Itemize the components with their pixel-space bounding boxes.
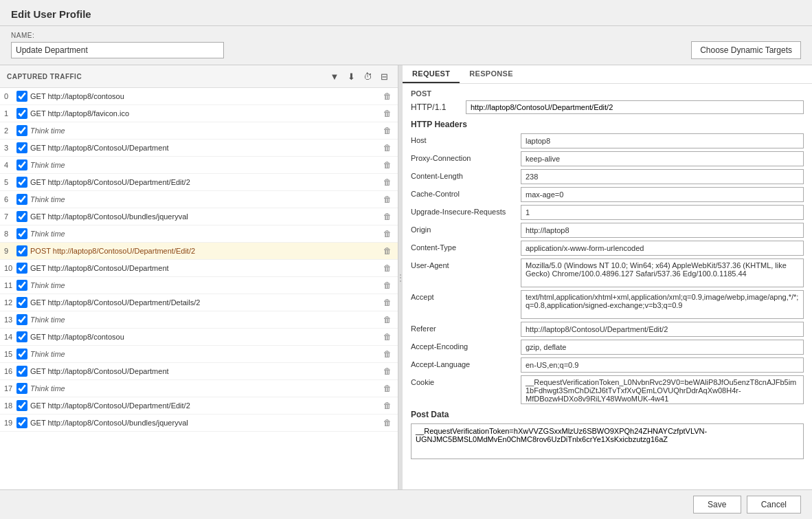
row-delete-icon[interactable]: 🗑 <box>381 159 394 171</box>
header-value-input[interactable] <box>521 223 804 238</box>
header-value-input[interactable] <box>521 151 804 166</box>
row-delete-icon[interactable]: 🗑 <box>381 262 394 274</box>
cancel-button[interactable]: Cancel <box>747 496 801 514</box>
http-version-row: HTTP/1.1 <box>411 100 804 114</box>
row-checkbox[interactable] <box>16 349 27 360</box>
traffic-row[interactable]: 12 GET http://laptop8/ContosoU/Departmen… <box>0 294 398 311</box>
row-text: GET http://laptop8/ContosoU/Department <box>30 367 381 375</box>
row-delete-icon[interactable]: 🗑 <box>381 210 394 223</box>
row-delete-icon[interactable]: 🗑 <box>381 90 394 102</box>
header-name: Accept <box>411 290 521 304</box>
header-value-input[interactable] <box>521 322 804 337</box>
row-text: GET http://laptop8/contosou <box>30 333 381 341</box>
row-checkbox[interactable] <box>16 194 27 205</box>
traffic-row[interactable]: 9 POST http://laptop8/ContosoU/Departmen… <box>0 243 398 260</box>
row-delete-icon[interactable]: 🗑 <box>381 296 394 309</box>
row-checkbox[interactable] <box>16 400 27 411</box>
traffic-row[interactable]: 8 Think time 🗑 <box>0 225 398 243</box>
header-value-input[interactable]: text/html,application/xhtml+xml,applicat… <box>521 290 804 319</box>
post-data-input[interactable] <box>411 423 804 459</box>
row-checkbox[interactable] <box>16 263 27 274</box>
traffic-row[interactable]: 19 GET http://laptop8/ContosoU/bundles/j… <box>0 415 398 432</box>
row-checkbox[interactable] <box>16 297 27 308</box>
profile-name-input[interactable] <box>11 42 224 58</box>
choose-dynamic-targets-button[interactable]: Choose Dynamic Targets <box>691 41 801 59</box>
traffic-row[interactable]: 18 GET http://laptop8/ContosoU/Departmen… <box>0 397 398 415</box>
header-value-input[interactable] <box>521 133 804 148</box>
header-value-input[interactable] <box>521 340 804 355</box>
row-delete-icon[interactable]: 🗑 <box>381 176 394 188</box>
clock-icon[interactable]: ⏱ <box>361 69 374 83</box>
header-value-input[interactable]: Mozilla/5.0 (Windows NT 10.0; Win64; x64… <box>521 258 804 287</box>
traffic-row[interactable]: 16 GET http://laptop8/ContosoU/Departmen… <box>0 363 398 380</box>
row-checkbox[interactable] <box>16 211 27 222</box>
header-value-input[interactable] <box>521 169 804 184</box>
row-delete-icon[interactable]: 🗑 <box>381 331 394 343</box>
traffic-row[interactable]: 17 Think time 🗑 <box>0 380 398 397</box>
row-checkbox[interactable] <box>16 280 27 291</box>
row-checkbox[interactable] <box>16 142 27 153</box>
row-text: Think time <box>30 195 381 203</box>
filter-icon[interactable]: ▼ <box>328 69 341 83</box>
row-delete-icon[interactable]: 🗑 <box>381 279 394 291</box>
traffic-row[interactable]: 6 Think time 🗑 <box>0 191 398 208</box>
row-index: 14 <box>4 333 16 341</box>
row-checkbox[interactable] <box>16 383 27 394</box>
split-icon[interactable]: ⊟ <box>377 69 391 83</box>
row-delete-icon[interactable]: 🗑 <box>381 382 394 395</box>
traffic-row[interactable]: 15 Think time 🗑 <box>0 346 398 363</box>
tab-request[interactable]: REQUEST <box>403 65 460 83</box>
header-value-input[interactable] <box>521 205 804 220</box>
row-checkbox[interactable] <box>16 159 27 170</box>
tab-response[interactable]: RESPONSE <box>460 65 523 83</box>
row-checkbox[interactable] <box>16 331 27 342</box>
header-value-input[interactable] <box>521 357 804 373</box>
row-delete-icon[interactable]: 🗑 <box>381 417 394 429</box>
row-delete-icon[interactable]: 🗑 <box>381 228 394 240</box>
row-delete-icon[interactable]: 🗑 <box>381 245 394 257</box>
row-checkbox[interactable] <box>16 125 27 136</box>
header-name: Upgrade-Insecure-Requests <box>411 205 521 219</box>
row-checkbox[interactable] <box>16 417 27 428</box>
row-checkbox[interactable] <box>16 228 27 239</box>
traffic-row[interactable]: 13 Think time 🗑 <box>0 311 398 329</box>
traffic-row[interactable]: 11 Think time 🗑 <box>0 277 398 294</box>
traffic-row[interactable]: 14 GET http://laptop8/contosou 🗑 <box>0 329 398 346</box>
row-index: 4 <box>4 161 16 169</box>
row-checkbox[interactable] <box>16 177 27 188</box>
header-value-input[interactable] <box>521 241 804 256</box>
import-icon[interactable]: ⬇ <box>344 69 358 83</box>
row-delete-icon[interactable]: 🗑 <box>381 193 394 206</box>
row-delete-icon[interactable]: 🗑 <box>381 313 394 326</box>
row-delete-icon[interactable]: 🗑 <box>381 399 394 412</box>
traffic-row[interactable]: 10 GET http://laptop8/ContosoU/Departmen… <box>0 260 398 277</box>
row-checkbox[interactable] <box>16 245 27 256</box>
row-checkbox[interactable] <box>16 91 27 102</box>
traffic-row[interactable]: 4 Think time 🗑 <box>0 157 398 174</box>
traffic-row[interactable]: 7 GET http://laptop8/ContosoU/bundles/jq… <box>0 208 398 225</box>
row-delete-icon[interactable]: 🗑 <box>381 365 394 377</box>
traffic-row[interactable]: 3 GET http://laptop8/ContosoU/Department… <box>0 140 398 157</box>
header-value-input[interactable] <box>521 187 804 202</box>
row-checkbox[interactable] <box>16 108 27 119</box>
traffic-row[interactable]: 5 GET http://laptop8/ContosoU/Department… <box>0 174 398 191</box>
row-text: GET http://laptop8/ContosoU/Department/E… <box>30 401 381 410</box>
http-version-input[interactable] <box>466 100 804 114</box>
captured-traffic-label: CAPTURED TRAFFIC <box>7 73 82 80</box>
row-checkbox[interactable] <box>16 366 27 377</box>
row-text: GET http://laptop8/ContosoU/bundles/jque… <box>30 419 381 427</box>
row-index: 0 <box>4 92 16 100</box>
row-index: 2 <box>4 126 16 135</box>
row-text: Think time <box>30 384 381 393</box>
traffic-row[interactable]: 1 GET http://laptop8/favicon.ico 🗑 <box>0 105 398 122</box>
row-delete-icon[interactable]: 🗑 <box>381 142 394 154</box>
header-name: Host <box>411 133 521 147</box>
row-delete-icon[interactable]: 🗑 <box>381 107 394 120</box>
header-value-input[interactable]: __RequestVerificationToken_L0NvbnRvc29V0… <box>521 375 804 404</box>
row-delete-icon[interactable]: 🗑 <box>381 124 394 137</box>
save-button[interactable]: Save <box>693 496 741 514</box>
row-delete-icon[interactable]: 🗑 <box>381 348 394 360</box>
row-checkbox[interactable] <box>16 314 27 325</box>
traffic-row[interactable]: 2 Think time 🗑 <box>0 122 398 140</box>
traffic-row[interactable]: 0 GET http://laptop8/contosou 🗑 <box>0 88 398 105</box>
